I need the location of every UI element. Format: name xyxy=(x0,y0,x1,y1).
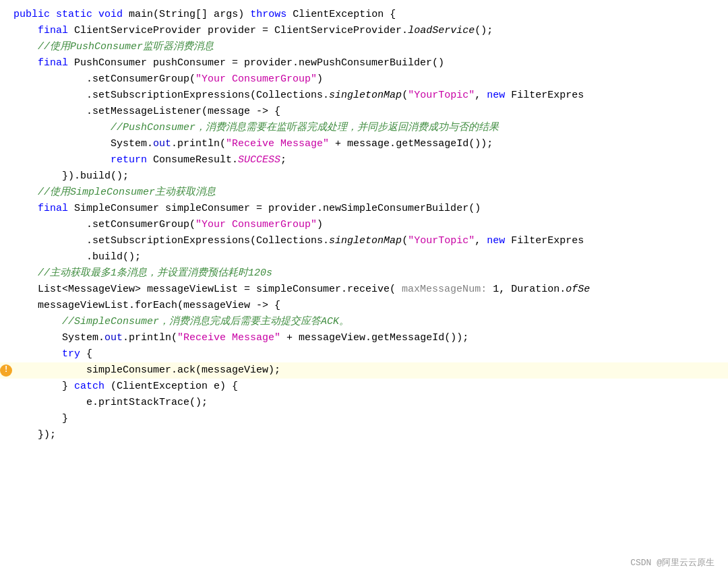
token-kw: try xyxy=(62,346,80,362)
token-plain: .println( xyxy=(123,330,177,346)
code-line: .setMessageListener(message -> { xyxy=(0,104,728,120)
token-italic-method: loadService xyxy=(408,23,475,39)
token-italic-method: singletonMap xyxy=(329,88,402,104)
token-comment: //PushConsumer，消费消息需要在监听器完成处理，并同步返回消费成功与… xyxy=(111,120,499,136)
token-plain: ConsumeResult. xyxy=(147,152,238,168)
token-plain: FilterExpres xyxy=(505,233,584,249)
token-plain: ClientServiceProvider provider = ClientS… xyxy=(68,23,408,39)
code-line: .setConsumerGroup("Your ConsumerGroup") xyxy=(0,217,728,233)
token-italic-method: singletonMap xyxy=(329,233,402,249)
token-plain xyxy=(50,7,56,23)
code-line: messageViewList.forEach(messageView -> { xyxy=(0,298,728,314)
token-plain: }); xyxy=(38,427,56,443)
code-line: }).build(); xyxy=(0,168,728,185)
token-param-hint: maxMessageNum: xyxy=(402,282,487,298)
token-plain: (String[] args) xyxy=(153,7,250,23)
token-string: "YourTopic" xyxy=(408,233,475,249)
token-comment: //使用PushConsumer监听器消费消息 xyxy=(38,39,214,55)
token-plain: List<MessageView> messageViewList = simp… xyxy=(38,282,402,298)
token-plain: .setMessageListener(message -> { xyxy=(86,104,280,120)
code-editor: public static void main(String[] args) t… xyxy=(0,0,728,578)
token-string: "Receive Message" xyxy=(177,330,280,346)
token-plain: ; xyxy=(280,152,286,168)
token-plain: 1, Duration. xyxy=(487,282,566,298)
token-kw: new xyxy=(487,233,505,249)
token-string: "Receive Message" xyxy=(226,136,329,152)
code-line: System.out.println("Receive Message" + m… xyxy=(0,330,728,346)
code-line: .setSubscriptionExpressions(Collections.… xyxy=(0,88,728,104)
token-plain: (); xyxy=(475,23,493,39)
token-plain: ( xyxy=(402,233,408,249)
token-plain: simpleConsumer.ack(messageView); xyxy=(86,362,280,379)
token-plain: , xyxy=(475,88,487,104)
token-plain: ClientException { xyxy=(286,7,396,23)
token-kw: throws xyxy=(250,7,286,23)
code-line: e.printStackTrace(); xyxy=(0,395,728,411)
token-plain: ) xyxy=(317,217,323,233)
token-plain: + messageView.getMessageId()); xyxy=(280,330,468,346)
token-plain: .setConsumerGroup( xyxy=(86,217,195,233)
token-comment: //SimpleConsumer，消费消息完成后需要主动提交应答ACK。 xyxy=(62,314,349,330)
code-line: public static void main(String[] args) t… xyxy=(0,7,728,23)
token-method: main xyxy=(129,7,153,23)
token-kw: void xyxy=(98,7,123,23)
token-success: SUCCESS xyxy=(238,152,280,168)
code-line: .build(); xyxy=(0,249,728,265)
token-kw: final xyxy=(38,201,68,217)
token-plain: SimpleConsumer simpleConsumer = provider… xyxy=(68,201,481,217)
code-line: final SimpleConsumer simpleConsumer = pr… xyxy=(0,201,728,217)
token-plain: } xyxy=(62,379,74,395)
token-plain: System. xyxy=(111,136,153,152)
token-plain: System. xyxy=(62,330,104,346)
token-out-field: out xyxy=(104,330,123,346)
footer-attribution: CSDN @阿里云云原生 xyxy=(630,555,715,571)
token-plain: , xyxy=(475,233,487,249)
code-line: return ConsumeResult.SUCCESS; xyxy=(0,152,728,168)
token-plain: .build(); xyxy=(86,249,141,265)
token-plain xyxy=(92,7,98,23)
token-plain: .setConsumerGroup( xyxy=(86,71,195,88)
code-line: //使用PushConsumer监听器消费消息 xyxy=(0,39,728,55)
code-line: final ClientServiceProvider provider = C… xyxy=(0,23,728,39)
line-indicator: ! xyxy=(0,364,12,377)
code-line: .setConsumerGroup("Your ConsumerGroup") xyxy=(0,71,728,88)
code-line: //SimpleConsumer，消费消息完成后需要主动提交应答ACK。 xyxy=(0,314,728,330)
token-plain: e.printStackTrace(); xyxy=(86,395,208,411)
token-string: "YourTopic" xyxy=(408,88,475,104)
code-line: ! simpleConsumer.ack(messageView); xyxy=(0,362,728,379)
code-line: }); xyxy=(0,427,728,443)
code-line: try { xyxy=(0,346,728,362)
token-kw: new xyxy=(487,88,505,104)
token-plain: messageViewList.forEach(messageView -> { xyxy=(38,298,280,314)
token-plain: { xyxy=(80,346,92,362)
token-plain: (ClientException e) { xyxy=(104,379,238,395)
token-kw: final xyxy=(38,23,68,39)
token-plain: FilterExpres xyxy=(505,88,584,104)
token-comment: //使用SimpleConsumer主动获取消息 xyxy=(38,185,216,201)
token-plain: .setSubscriptionExpressions(Collections. xyxy=(86,88,329,104)
code-line: //使用SimpleConsumer主动获取消息 xyxy=(0,185,728,201)
token-plain xyxy=(123,7,129,23)
code-line: } xyxy=(0,411,728,427)
token-out-field: out xyxy=(153,136,171,152)
code-line: List<MessageView> messageViewList = simp… xyxy=(0,282,728,298)
code-line: System.out.println("Receive Message" + m… xyxy=(0,136,728,152)
token-string: "Your ConsumerGroup" xyxy=(195,217,317,233)
token-plain: ) xyxy=(317,71,323,88)
token-kw: static xyxy=(56,7,92,23)
token-plain: + message.getMessageId()); xyxy=(329,136,493,152)
code-line: //PushConsumer，消费消息需要在监听器完成处理，并同步返回消费成功与… xyxy=(0,120,728,136)
token-kw: catch xyxy=(74,379,104,395)
code-line: .setSubscriptionExpressions(Collections.… xyxy=(0,233,728,249)
token-string: "Your ConsumerGroup" xyxy=(195,71,317,88)
code-line: } catch (ClientException e) { xyxy=(0,379,728,395)
token-plain: PushConsumer pushConsumer = provider.new… xyxy=(68,55,444,71)
token-plain: }).build(); xyxy=(62,168,129,185)
token-plain: .println( xyxy=(171,136,226,152)
token-plain: } xyxy=(62,411,68,427)
code-line: //主动获取最多1条消息，并设置消费预估耗时120s xyxy=(0,265,728,282)
code-line: final PushConsumer pushConsumer = provid… xyxy=(0,55,728,71)
token-kw: return xyxy=(111,152,147,168)
token-kw: public xyxy=(13,7,50,23)
token-italic-method: ofSe xyxy=(566,282,590,298)
